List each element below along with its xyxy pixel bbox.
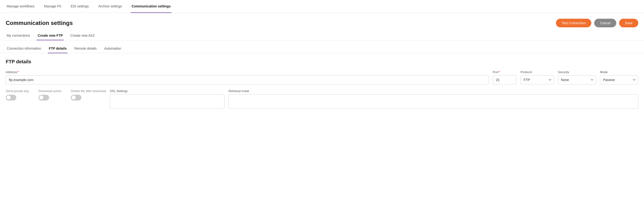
protocol-group: Protocol FTP SFTP FTPS [520, 70, 554, 84]
toggle-thumb [6, 95, 11, 100]
save-button[interactable]: Save [619, 19, 638, 27]
protocol-label: Protocol [520, 70, 554, 74]
ssl-row: Send private key Download active Delete … [6, 89, 638, 109]
page-header: Communication settings Test Connection C… [0, 13, 644, 31]
ftp-details-title: FTP details [6, 59, 638, 64]
section-tabs: Connection information FTP details Remot… [0, 40, 644, 53]
send-private-key-toggle[interactable] [6, 95, 16, 101]
ssl-settings-group: SSL Settings [110, 89, 225, 109]
mode-select[interactable]: Passive Active [600, 75, 638, 84]
ssl-settings-input[interactable] [110, 94, 225, 109]
retrieval-mask-group: Retrieval mask [228, 89, 638, 109]
nav-item-manage-workflows[interactable]: Manage workflows [6, 0, 36, 13]
port-input[interactable] [493, 75, 517, 84]
address-input[interactable] [6, 75, 489, 84]
top-nav: Manage workflows Manage PII EDI settings… [0, 0, 644, 13]
sub-tabs: My connections Create new FTP Create new… [0, 31, 644, 40]
port-label: Port * [493, 70, 517, 74]
tab-ftp-details[interactable]: FTP details [48, 44, 68, 53]
delete-file-group: Delete file after download [71, 89, 106, 101]
tab-my-connections[interactable]: My connections [6, 31, 31, 40]
nav-item-communication-settings[interactable]: Communication settings [131, 0, 172, 13]
retrieval-mask-label: Retrieval mask [228, 89, 638, 93]
cancel-button[interactable]: Cancel [594, 19, 616, 27]
download-active-toggle[interactable] [38, 95, 49, 101]
toggle-thumb [39, 95, 44, 100]
retrieval-mask-input[interactable] [228, 94, 638, 109]
ftp-fields-row: Address * Port * Protocol FTP SFTP FTPS … [6, 70, 638, 84]
test-connection-button[interactable]: Test Connection [556, 19, 591, 27]
security-select[interactable]: None SSL TLS [558, 75, 596, 84]
address-required: * [18, 70, 19, 74]
security-group: Security None SSL TLS [558, 70, 596, 84]
send-private-key-group: Send private key [6, 89, 29, 101]
mode-label: Mode [600, 70, 638, 74]
nav-item-manage-pii[interactable]: Manage PII [43, 0, 62, 13]
port-group: Port * [493, 70, 517, 84]
tab-create-new-as2[interactable]: Create new AS2 [70, 31, 96, 40]
protocol-select[interactable]: FTP SFTP FTPS [520, 75, 554, 84]
send-private-key-label: Send private key [6, 89, 29, 93]
tab-connection-information[interactable]: Connection information [6, 44, 42, 53]
nav-item-archive-settings[interactable]: Archive settings [98, 0, 123, 13]
mode-group: Mode Passive Active [600, 70, 638, 84]
tab-create-new-ftp[interactable]: Create new FTP [36, 31, 64, 40]
download-active-label: Download active [38, 89, 61, 93]
security-label: Security [558, 70, 596, 74]
nav-item-edi-settings[interactable]: EDI settings [70, 0, 90, 13]
delete-file-toggle[interactable] [71, 95, 81, 101]
header-actions: Test Connection Cancel Save [556, 19, 638, 27]
tab-remote-details[interactable]: Remote details [73, 44, 98, 53]
ssl-settings-label: SSL Settings [110, 89, 225, 93]
port-required: * [499, 70, 500, 74]
toggles-row: Send private key Download active Delete … [6, 89, 106, 101]
delete-file-label: Delete file after download [71, 89, 106, 93]
page-title: Communication settings [6, 20, 73, 26]
tab-automation[interactable]: Automation [104, 44, 122, 53]
address-label: Address * [6, 70, 489, 74]
main-content: FTP details Address * Port * Protocol FT… [0, 53, 644, 114]
address-group: Address * [6, 70, 489, 84]
download-active-group: Download active [38, 89, 61, 101]
